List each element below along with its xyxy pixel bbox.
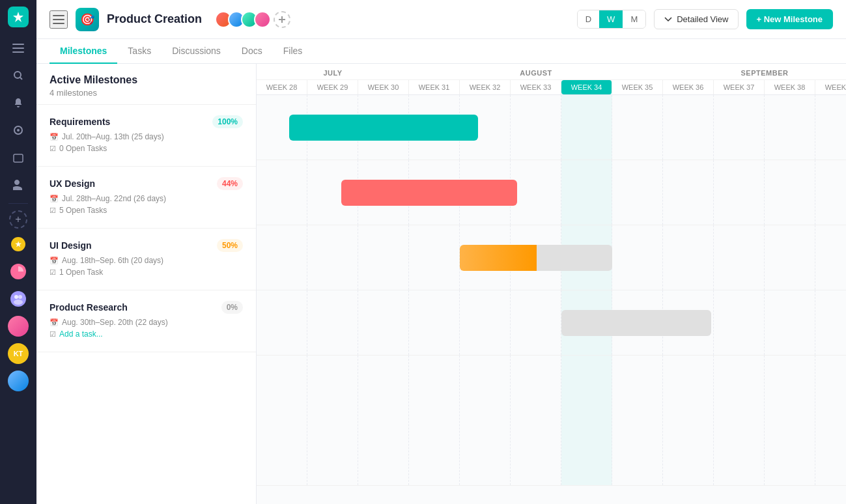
gantt-chart: JULY WEEK 28 WEEK 29 WEEK 30 AUGUST WEEK… bbox=[257, 64, 846, 504]
week-30[interactable]: WEEK 30 bbox=[358, 80, 409, 94]
tab-docs[interactable]: Docs bbox=[231, 39, 273, 64]
week-28[interactable]: WEEK 28 bbox=[257, 80, 307, 94]
milestone-badge-requirements: 100% bbox=[212, 115, 243, 128]
month-label-july: JULY bbox=[257, 64, 409, 80]
content-area: Active Milestones 4 milestones Requireme… bbox=[36, 64, 846, 504]
svg-rect-6 bbox=[14, 154, 23, 162]
sidebar-project-pie-icon[interactable] bbox=[7, 260, 30, 283]
milestone-name-ui: UI Design bbox=[49, 240, 92, 251]
week-34[interactable]: WEEK 34 bbox=[561, 80, 612, 94]
sidebar: + ★ KT bbox=[0, 0, 36, 504]
view-day-button[interactable]: D bbox=[578, 10, 599, 28]
view-month-button[interactable]: M bbox=[623, 10, 645, 28]
sidebar-avatar-kt[interactable]: KT bbox=[8, 343, 29, 364]
milestone-tasks-research: ☑ Add a task... bbox=[49, 329, 243, 339]
svg-point-11 bbox=[14, 295, 18, 299]
svg-rect-2 bbox=[12, 51, 24, 53]
tab-tasks[interactable]: Tasks bbox=[117, 39, 162, 64]
sidebar-activity-icon[interactable] bbox=[7, 119, 30, 142]
gantt-header: JULY WEEK 28 WEEK 29 WEEK 30 AUGUST WEEK… bbox=[257, 64, 846, 95]
gantt-row-requirements bbox=[257, 95, 846, 160]
milestone-date-ux: 📅 Jul. 28th–Aug. 22nd (26 days) bbox=[49, 194, 243, 203]
tasks-icon-req: ☑ bbox=[49, 145, 56, 153]
milestones-list-panel: Active Milestones 4 milestones Requireme… bbox=[36, 64, 257, 504]
week-39[interactable]: WEEK 39 bbox=[815, 80, 846, 94]
tab-milestones[interactable]: Milestones bbox=[49, 39, 117, 64]
sidebar-project-group-icon[interactable] bbox=[7, 287, 30, 311]
svg-point-5 bbox=[17, 129, 20, 132]
gantt-col-w39 bbox=[815, 95, 846, 160]
milestone-item-ux-design: UX Design 44% 📅 Jul. 28th–Aug. 22nd (26 … bbox=[36, 167, 256, 229]
view-week-button[interactable]: W bbox=[599, 10, 623, 28]
milestone-badge-research: 0% bbox=[221, 301, 243, 314]
sidebar-avatar-1[interactable] bbox=[8, 316, 29, 337]
milestone-date-ui: 📅 Aug. 18th–Sep. 6th (20 days) bbox=[49, 256, 243, 265]
add-task-link[interactable]: Add a task... bbox=[59, 329, 103, 339]
sidebar-adduser-icon[interactable] bbox=[7, 173, 30, 197]
panel-title: Active Milestones bbox=[49, 74, 243, 86]
header: 🎯 Product Creation D W M Detailed View +… bbox=[36, 0, 846, 39]
week-35[interactable]: WEEK 35 bbox=[612, 80, 663, 94]
team-avatar-4[interactable] bbox=[254, 11, 271, 28]
team-avatars bbox=[215, 11, 290, 28]
gantt-col-w33 bbox=[511, 95, 561, 160]
calendar-icon-req: 📅 bbox=[49, 133, 59, 141]
milestone-tasks-ui: ☑ 1 Open Task bbox=[49, 268, 243, 277]
svg-point-3 bbox=[14, 72, 21, 78]
svg-rect-15 bbox=[53, 19, 64, 20]
milestone-badge-ux: 44% bbox=[217, 177, 243, 190]
tasks-icon-research: ☑ bbox=[49, 330, 56, 339]
milestone-name-requirements: Requirements bbox=[49, 117, 110, 127]
calendar-icon-research: 📅 bbox=[49, 318, 59, 327]
week-32[interactable]: WEEK 32 bbox=[460, 80, 511, 94]
gantt-body bbox=[257, 95, 846, 486]
sidebar-add-button[interactable]: + bbox=[9, 210, 27, 229]
month-label-september: SEPTEMBER bbox=[663, 64, 846, 80]
tab-discussions[interactable]: Discussions bbox=[162, 39, 231, 64]
svg-rect-0 bbox=[12, 44, 24, 45]
gantt-row-ui-design bbox=[257, 225, 846, 290]
gantt-row-empty bbox=[257, 356, 846, 486]
gantt-col-w38 bbox=[765, 95, 815, 160]
hamburger-button[interactable] bbox=[49, 10, 68, 29]
app-logo[interactable] bbox=[8, 7, 29, 27]
svg-rect-1 bbox=[12, 48, 24, 49]
sidebar-project-yellow-icon[interactable]: ★ bbox=[7, 232, 30, 256]
detailed-view-label: Detailed View bbox=[677, 14, 728, 24]
sidebar-divider bbox=[8, 203, 28, 204]
gantt-col-w35 bbox=[612, 95, 663, 160]
week-36[interactable]: WEEK 36 bbox=[663, 80, 714, 94]
gantt-col-w28 bbox=[257, 95, 307, 160]
nav-tabs: Milestones Tasks Discussions Docs Files bbox=[36, 39, 846, 64]
gantt-row-product-research bbox=[257, 290, 846, 356]
sidebar-menu-icon[interactable] bbox=[7, 36, 30, 60]
milestone-name-research: Product Research bbox=[49, 302, 128, 313]
week-37[interactable]: WEEK 37 bbox=[714, 80, 765, 94]
new-milestone-button[interactable]: + New Milestone bbox=[746, 9, 834, 29]
week-31[interactable]: WEEK 31 bbox=[409, 80, 460, 94]
sidebar-calendar-icon[interactable] bbox=[7, 146, 30, 169]
month-july: JULY WEEK 28 WEEK 29 WEEK 30 bbox=[257, 64, 409, 94]
milestone-date-requirements: 📅 Jul. 20th–Aug. 13th (25 days) bbox=[49, 132, 243, 141]
panel-header: Active Milestones 4 milestones bbox=[36, 64, 256, 105]
calendar-icon-ux: 📅 bbox=[49, 195, 59, 203]
week-33[interactable]: WEEK 33 bbox=[511, 80, 561, 94]
month-september: SEPTEMBER WEEK 36 WEEK 37 WEEK 38 WEEK 3… bbox=[663, 64, 846, 94]
milestone-count: 4 milestones bbox=[49, 88, 243, 98]
sidebar-notifications-icon[interactable] bbox=[7, 91, 30, 115]
sidebar-search-icon[interactable] bbox=[7, 64, 30, 87]
milestone-date-research: 📅 Aug. 30th–Sep. 20th (22 days) bbox=[49, 318, 243, 327]
sidebar-avatar-2[interactable] bbox=[8, 371, 29, 391]
svg-point-13 bbox=[14, 300, 23, 305]
tasks-icon-ux: ☑ bbox=[49, 206, 56, 215]
milestone-name-ux: UX Design bbox=[49, 178, 95, 189]
gantt-row-ux-design bbox=[257, 160, 846, 225]
calendar-icon-ui: 📅 bbox=[49, 257, 59, 265]
add-team-member-button[interactable] bbox=[274, 11, 290, 28]
week-38[interactable]: WEEK 38 bbox=[765, 80, 815, 94]
tab-files[interactable]: Files bbox=[273, 39, 313, 64]
milestone-item-ui-design: UI Design 50% 📅 Aug. 18th–Sep. 6th (20 d… bbox=[36, 229, 256, 290]
milestone-badge-ui: 50% bbox=[217, 239, 243, 252]
detailed-view-button[interactable]: Detailed View bbox=[654, 9, 738, 29]
week-29[interactable]: WEEK 29 bbox=[307, 80, 358, 94]
